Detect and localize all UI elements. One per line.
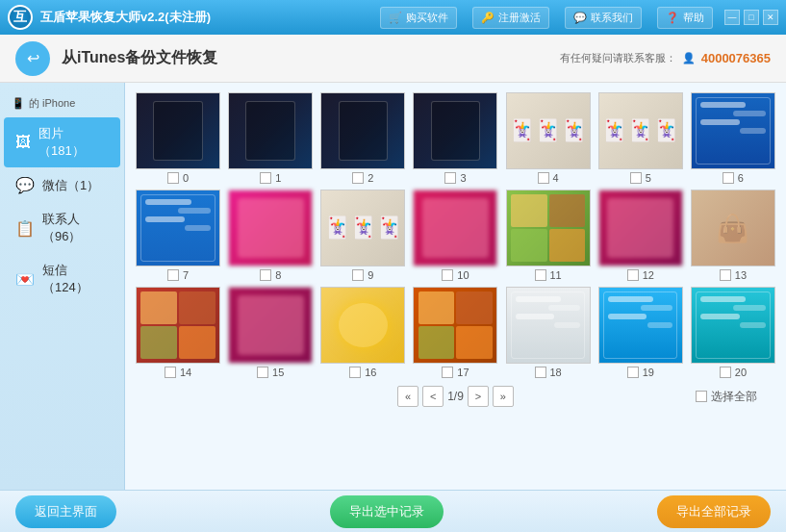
select-all-checkbox[interactable] xyxy=(696,391,707,402)
iphone-icon: 📱 xyxy=(12,97,25,110)
key-icon: 🔑 xyxy=(481,12,494,24)
sidebar: 📱 的 iPhone 🖼 图片（181） 💬 微信（1） 📋 联系人（96） 💌… xyxy=(0,83,125,490)
first-page-btn[interactable]: « xyxy=(397,386,418,407)
photo-checkbox[interactable] xyxy=(538,172,549,184)
support-phone: 4000076365 xyxy=(701,51,771,65)
contact-btn[interactable]: 💬 联系我们 xyxy=(565,7,642,29)
photo-checkbox[interactable] xyxy=(260,172,271,184)
select-all-label: 选择全部 xyxy=(711,389,757,405)
photo-item[interactable]: 7 xyxy=(135,190,221,281)
photo-checkbox[interactable] xyxy=(257,367,268,378)
sidebar-item-contacts[interactable]: 📋 联系人（96） xyxy=(4,203,120,253)
toolbar: ↩ 从iTunes备份文件恢复 有任何疑问请联系客服： 👤 4000076365 xyxy=(0,35,786,83)
export-all-button[interactable]: 导出全部记录 xyxy=(657,495,771,528)
chat-icon: 💬 xyxy=(573,12,587,24)
export-selected-button[interactable]: 导出选中记录 xyxy=(330,495,444,528)
toolbar-icon: ↩ xyxy=(15,41,50,76)
contacts-icon: 📋 xyxy=(15,219,35,238)
photo-item[interactable]: 6 xyxy=(690,92,776,184)
buy-btn[interactable]: 🛒 购买软件 xyxy=(380,7,457,29)
photo-item[interactable]: 18 xyxy=(505,287,592,378)
help-icon: ❓ xyxy=(666,12,679,24)
support-avatar-icon: 👤 xyxy=(682,52,696,64)
select-all-area[interactable]: 选择全部 xyxy=(696,389,757,405)
back-button[interactable]: 返回主界面 xyxy=(15,495,116,528)
photo-checkbox[interactable] xyxy=(349,367,361,378)
device-label: 📱 的 iPhone xyxy=(0,90,124,116)
photo-checkbox[interactable] xyxy=(535,269,546,281)
next-page-btn[interactable]: > xyxy=(468,386,489,407)
support-info: 有任何疑问请联系客服： 👤 4000076365 xyxy=(560,51,771,65)
photo-checkbox[interactable] xyxy=(260,269,271,281)
photo-item[interactable]: 19 xyxy=(597,287,684,378)
photo-item[interactable]: 15 xyxy=(227,287,314,378)
help-btn[interactable]: ❓ 帮助 xyxy=(657,7,713,29)
photo-item[interactable]: 11 xyxy=(505,190,592,281)
sidebar-sms-label: 短信（124） xyxy=(42,262,109,296)
photos-icon: 🖼 xyxy=(15,134,31,151)
photo-checkbox[interactable] xyxy=(442,269,453,281)
photo-item[interactable]: 14 xyxy=(135,287,221,378)
bottom-bar: 返回主界面 导出选中记录 导出全部记录 xyxy=(0,490,786,532)
photo-checkbox[interactable] xyxy=(352,172,364,184)
photo-checkbox[interactable] xyxy=(723,172,734,184)
photo-grid: 0123🃏🃏🃏4🃏🃏🃏5 6 78🃏🃏🃏910 1112👜13 141516 xyxy=(135,92,776,378)
sms-icon: 💌 xyxy=(15,270,35,289)
sidebar-photos-label: 图片（181） xyxy=(38,125,109,160)
photo-checkbox[interactable] xyxy=(165,367,176,378)
page-info: 1/9 xyxy=(447,390,464,403)
photo-checkbox[interactable] xyxy=(720,367,731,378)
app-title: 互盾苹果恢复大师v2.2(未注册) xyxy=(40,9,380,26)
photo-checkbox[interactable] xyxy=(630,172,642,184)
photo-item[interactable]: 🃏🃏🃏5 xyxy=(597,92,684,184)
photo-item[interactable]: 2 xyxy=(319,92,406,184)
title-nav: 🛒 购买软件 🔑 注册激活 💬 联系我们 ❓ 帮助 xyxy=(380,7,713,29)
photo-checkbox[interactable] xyxy=(352,269,364,281)
photo-checkbox[interactable] xyxy=(442,367,453,378)
close-btn[interactable]: ✕ xyxy=(763,10,778,25)
photo-checkbox[interactable] xyxy=(535,367,546,378)
photo-item[interactable]: 🃏🃏🃏4 xyxy=(505,92,592,184)
sidebar-item-photos[interactable]: 🖼 图片（181） xyxy=(4,117,120,167)
wechat-icon: 💬 xyxy=(15,176,35,194)
pagination: « < 1/9 > » xyxy=(397,386,514,407)
content-area: 0123🃏🃏🃏4🃏🃏🃏5 6 78🃏🃏🃏910 1112👜13 141516 xyxy=(125,83,786,490)
window-controls: — □ ✕ xyxy=(724,10,778,25)
app-logo: 互 xyxy=(8,5,33,30)
main-layout: 📱 的 iPhone 🖼 图片（181） 💬 微信（1） 📋 联系人（96） 💌… xyxy=(0,83,786,490)
title-bar: 互 互盾苹果恢复大师v2.2(未注册) 🛒 购买软件 🔑 注册激活 💬 联系我们… xyxy=(0,0,786,35)
sidebar-item-wechat[interactable]: 💬 微信（1） xyxy=(4,168,120,202)
photo-checkbox[interactable] xyxy=(627,269,639,281)
photo-checkbox[interactable] xyxy=(720,269,731,281)
sidebar-contacts-label: 联系人（96） xyxy=(42,211,109,245)
sidebar-item-sms[interactable]: 💌 短信（124） xyxy=(4,254,120,304)
photo-item[interactable]: 3 xyxy=(412,92,498,184)
last-page-btn[interactable]: » xyxy=(493,386,514,407)
maximize-btn[interactable]: □ xyxy=(744,10,759,25)
sidebar-wechat-label: 微信（1） xyxy=(42,177,109,194)
buy-icon: 🛒 xyxy=(389,12,402,24)
photo-item[interactable]: 20 xyxy=(690,287,776,378)
photo-item[interactable]: 17 xyxy=(412,287,498,378)
toolbar-title: 从iTunes备份文件恢复 xyxy=(62,48,560,68)
photo-item[interactable]: 1 xyxy=(227,92,314,184)
photo-item[interactable]: 8 xyxy=(227,190,314,281)
photo-item[interactable]: 0 xyxy=(135,92,221,184)
photo-item[interactable]: 🃏🃏🃏9 xyxy=(319,190,406,281)
photo-item[interactable]: 12 xyxy=(597,190,684,281)
photo-item[interactable]: 👜13 xyxy=(690,190,776,281)
photo-checkbox[interactable] xyxy=(627,367,639,378)
photo-checkbox[interactable] xyxy=(167,172,179,184)
photo-checkbox[interactable] xyxy=(167,269,179,281)
prev-page-btn[interactable]: < xyxy=(422,386,444,407)
photo-item[interactable]: 16 xyxy=(319,287,406,378)
photo-item[interactable]: 10 xyxy=(412,190,498,281)
minimize-btn[interactable]: — xyxy=(724,10,740,25)
activate-btn[interactable]: 🔑 注册激活 xyxy=(472,7,549,29)
photo-checkbox[interactable] xyxy=(444,172,456,184)
